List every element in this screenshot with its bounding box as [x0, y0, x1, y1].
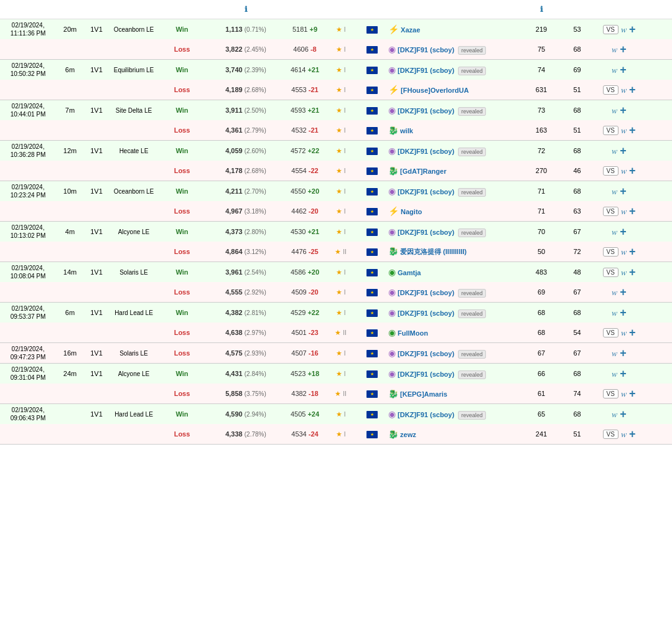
revealed-badge[interactable]: revealed	[458, 67, 486, 75]
add-button[interactable]: +	[620, 104, 627, 117]
chart-button[interactable]: 𝑤	[612, 227, 617, 237]
chart-button[interactable]: 𝑤	[612, 409, 617, 420]
add-button[interactable]: +	[620, 64, 627, 77]
vs-button[interactable]: VS	[603, 268, 618, 277]
league-cell: ★ I	[324, 266, 358, 278]
chart-button[interactable]: 𝑤	[612, 287, 617, 298]
chart-button[interactable]: 𝑤	[612, 348, 617, 359]
mmr-value: 4505	[291, 410, 306, 418]
team-name[interactable]: [DKZ]F91 (scboy)	[398, 411, 454, 418]
revealed-badge[interactable]: revealed	[458, 411, 486, 420]
revealed-badge[interactable]: revealed	[458, 350, 486, 359]
team-name[interactable]: [GdAT]Ranger	[400, 167, 446, 175]
add-button[interactable]: +	[620, 286, 627, 299]
add-button[interactable]: +	[629, 387, 636, 400]
decision-label: Win	[175, 268, 188, 276]
chart-button[interactable]: 𝑤	[612, 146, 617, 156]
vs-button[interactable]: VS	[603, 166, 618, 176]
chart-button[interactable]: 𝑤	[621, 206, 627, 217]
chart-button[interactable]: 𝑤	[621, 247, 627, 257]
mmr-cell: 4382 -18	[286, 388, 324, 399]
chart-button[interactable]: 𝑤	[612, 369, 617, 379]
vs-button[interactable]: VS	[603, 207, 618, 216]
team-cell: 🐉 zewz	[386, 428, 523, 441]
team-name[interactable]: Nagito	[401, 208, 422, 215]
chart-button[interactable]: 𝑤	[621, 389, 627, 399]
add-button[interactable]: +	[629, 124, 636, 137]
winpct-cell: 51	[560, 84, 594, 95]
add-button[interactable]: +	[629, 164, 636, 177]
match-type: 1V1	[84, 105, 109, 116]
revealed-badge[interactable]: revealed	[458, 107, 486, 116]
rank-cell: 4,178 (2.68%)	[205, 165, 286, 176]
chart-button[interactable]: 𝑤	[621, 166, 627, 176]
team-name[interactable]: [FHouse]OverlordUA	[401, 87, 469, 94]
league-star: ★	[336, 66, 342, 73]
match-group: 02/19/2024, 09:06:43 PM 1V1 Hard Lead LE…	[0, 404, 672, 445]
team-name[interactable]: [DKZ]F91 (scboy)	[398, 188, 454, 196]
vs-button[interactable]: VS	[603, 126, 618, 135]
chart-button[interactable]: 𝑤	[621, 327, 627, 338]
team-name[interactable]: zewz	[400, 431, 416, 438]
team-name[interactable]: [DKZ]F91 (scboy)	[398, 370, 454, 378]
vs-button[interactable]: VS	[603, 389, 618, 398]
team-name[interactable]: [DKZ]F91 (scboy)	[398, 148, 454, 155]
add-button[interactable]: +	[620, 185, 627, 198]
chart-button[interactable]: 𝑤	[621, 267, 627, 278]
chart-button[interactable]: 𝑤	[612, 44, 617, 55]
add-button[interactable]: +	[620, 408, 627, 421]
add-button[interactable]: +	[620, 43, 627, 56]
team-name[interactable]: [DKZ]F91 (scboy)	[398, 67, 454, 74]
vs-button[interactable]: VS	[603, 430, 618, 439]
add-button[interactable]: +	[620, 347, 627, 360]
team-name[interactable]: [DKZ]F91 (scboy)	[398, 289, 454, 296]
revealed-badge[interactable]: revealed	[458, 229, 486, 237]
team-name[interactable]: [DKZ]F91 (scboy)	[398, 107, 454, 115]
match-decision: Loss	[159, 165, 205, 176]
add-button[interactable]: +	[620, 144, 627, 158]
add-button[interactable]: +	[629, 326, 636, 339]
add-button[interactable]: +	[629, 83, 636, 97]
team-name[interactable]: wilk	[400, 127, 413, 134]
add-button[interactable]: +	[629, 23, 636, 36]
revealed-badge[interactable]: revealed	[458, 46, 486, 55]
add-button[interactable]: +	[629, 428, 636, 441]
chart-button[interactable]: 𝑤	[612, 186, 617, 197]
chart-button[interactable]: 𝑤	[612, 308, 617, 318]
vs-button[interactable]: VS	[603, 247, 618, 257]
chart-button[interactable]: 𝑤	[621, 85, 627, 95]
revealed-badge[interactable]: revealed	[458, 289, 486, 298]
table-row: 02/19/2024, 09:47:23 PM 16m 1V1 Solaris …	[0, 343, 672, 363]
team-name[interactable]: [DKZ]F91 (scboy)	[398, 46, 454, 54]
add-button[interactable]: +	[629, 266, 636, 279]
chart-button[interactable]: 𝑤	[621, 429, 627, 440]
team-name[interactable]: FullMoon	[398, 329, 428, 337]
team-name[interactable]: Gamtja	[398, 269, 421, 276]
rank-info-icon[interactable]: ℹ	[245, 5, 248, 14]
team-name[interactable]: 爱因克洛提得 (IIIIIIIIII)	[400, 248, 467, 255]
vs-button[interactable]: VS	[603, 25, 618, 34]
vs-button[interactable]: VS	[603, 85, 618, 95]
team-name[interactable]: Xazae	[401, 26, 420, 34]
team-name[interactable]: [DKZ]F91 (scboy)	[398, 350, 454, 357]
table-row: Loss 4,555 (2.92%) 4509 -20 ★ I ★ ◉ [DKZ…	[0, 282, 672, 302]
revealed-badge[interactable]: revealed	[458, 370, 486, 379]
team-name[interactable]: [DKZ]F91 (scboy)	[398, 229, 454, 236]
add-button[interactable]: +	[629, 245, 636, 258]
revealed-badge[interactable]: revealed	[458, 188, 486, 197]
add-button[interactable]: +	[620, 367, 627, 380]
vs-button[interactable]: VS	[603, 328, 618, 337]
add-button[interactable]: +	[620, 306, 627, 319]
revealed-badge[interactable]: revealed	[458, 148, 486, 156]
add-button[interactable]: +	[620, 225, 627, 238]
match-len: 20m	[56, 24, 84, 35]
team-name[interactable]: [DKZ]F91 (scboy)	[398, 309, 454, 317]
chart-button[interactable]: 𝑤	[621, 24, 627, 35]
chart-button[interactable]: 𝑤	[621, 125, 627, 136]
games-info-icon[interactable]: ℹ	[540, 5, 543, 14]
revealed-badge[interactable]: revealed	[458, 309, 486, 318]
team-name[interactable]: [KEPG]Amaris	[400, 390, 447, 398]
chart-button[interactable]: 𝑤	[612, 65, 617, 75]
chart-button[interactable]: 𝑤	[612, 105, 617, 116]
add-button[interactable]: +	[629, 205, 636, 218]
